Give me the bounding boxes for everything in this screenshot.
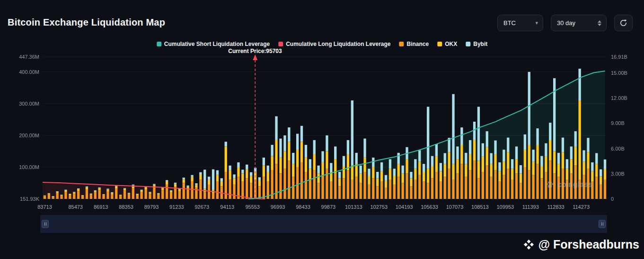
chevron-down-icon: ▾ bbox=[535, 20, 538, 26]
svg-text:12.00B: 12.00B bbox=[611, 95, 627, 101]
paw-icon bbox=[545, 180, 555, 189]
navigator-right-handle[interactable] bbox=[599, 220, 606, 228]
svg-text:95553: 95553 bbox=[245, 204, 260, 210]
svg-text:6.00B: 6.00B bbox=[611, 146, 625, 152]
gridlines bbox=[43, 57, 607, 199]
legend-label: Cumulative Long Liquidation Leverage bbox=[286, 41, 390, 47]
range-select-value: 30 day bbox=[557, 19, 575, 27]
current-price-label: Current Price:95703 bbox=[228, 48, 282, 54]
svg-text:108513: 108513 bbox=[471, 204, 489, 210]
svg-text:16.91B: 16.91B bbox=[611, 54, 627, 60]
svg-text:109953: 109953 bbox=[496, 204, 514, 210]
navigator-left-handle[interactable] bbox=[42, 220, 49, 228]
svg-text:102753: 102753 bbox=[370, 204, 388, 210]
svg-text:107073: 107073 bbox=[446, 204, 464, 210]
svg-text:3.00B: 3.00B bbox=[611, 171, 625, 177]
credit-handle: @ Forsheadburns bbox=[538, 238, 639, 251]
refresh-button[interactable] bbox=[614, 15, 633, 31]
liquidation-bars[interactable] bbox=[44, 69, 606, 199]
svg-text:200.00M: 200.00M bbox=[19, 133, 39, 138]
svg-text:86913: 86913 bbox=[94, 204, 108, 210]
coin-select-value: BTC bbox=[503, 19, 516, 27]
cumulative-areas bbox=[43, 71, 605, 199]
svg-text:447.36M: 447.36M bbox=[19, 54, 39, 60]
legend-swatch-icon bbox=[399, 42, 404, 46]
diamond-icon bbox=[523, 239, 534, 250]
svg-text:114273: 114273 bbox=[573, 204, 590, 210]
svg-text:88353: 88353 bbox=[119, 204, 133, 210]
coinglass-watermark: coinglass bbox=[545, 180, 592, 189]
range-select[interactable]: 30 day bbox=[551, 15, 607, 31]
svg-text:300.00M: 300.00M bbox=[19, 101, 39, 107]
current-price-arrow-icon bbox=[253, 54, 257, 60]
svg-text:112833: 112833 bbox=[547, 204, 565, 210]
svg-text:104193: 104193 bbox=[396, 204, 413, 210]
chart-range-navigator[interactable] bbox=[40, 215, 607, 233]
page: Bitcoin Exchange Liquidation Map BTC ▾ 3… bbox=[0, 0, 644, 259]
chart-legend: Cumulative Short Liquidation LeverageCum… bbox=[157, 41, 487, 47]
svg-text:15.00B: 15.00B bbox=[611, 70, 627, 76]
legend-swatch-icon bbox=[157, 42, 161, 46]
svg-text:89793: 89793 bbox=[144, 204, 159, 210]
legend-label: Bybit bbox=[473, 41, 487, 47]
legend-label: Cumulative Short Liquidation Leverage bbox=[164, 41, 270, 47]
legend-item-4[interactable]: OKX bbox=[437, 41, 457, 47]
watermark-brand: coinglass bbox=[557, 180, 592, 189]
cumulative-line-1 bbox=[43, 182, 265, 199]
svg-text:111393: 111393 bbox=[522, 204, 539, 210]
refresh-icon bbox=[619, 19, 627, 27]
coin-select[interactable]: BTC ▾ bbox=[497, 15, 543, 31]
svg-text:98433: 98433 bbox=[296, 204, 310, 210]
legend-label: OKX bbox=[445, 41, 457, 47]
svg-text:400.00M: 400.00M bbox=[19, 69, 39, 75]
svg-text:92673: 92673 bbox=[195, 204, 210, 210]
page-title: Bitcoin Exchange Liquidation Map bbox=[8, 17, 165, 28]
svg-text:100.00M: 100.00M bbox=[19, 164, 39, 170]
svg-text:0: 0 bbox=[611, 196, 614, 202]
legend-swatch-icon bbox=[466, 42, 470, 46]
svg-text:99873: 99873 bbox=[321, 204, 336, 210]
svg-text:91233: 91233 bbox=[169, 204, 184, 210]
svg-text:85473: 85473 bbox=[68, 204, 83, 210]
legend-item-3[interactable]: Binance bbox=[399, 41, 429, 47]
legend-item-2[interactable]: Cumulative Long Liquidation Leverage bbox=[278, 41, 390, 47]
legend-label: Binance bbox=[407, 41, 429, 47]
spinner-arrows-icon bbox=[598, 20, 601, 26]
svg-text:9.00B: 9.00B bbox=[611, 120, 625, 126]
legend-swatch-icon bbox=[437, 42, 442, 46]
svg-text:151.93K: 151.93K bbox=[20, 196, 40, 202]
legend-item-1[interactable]: Cumulative Short Liquidation Leverage bbox=[157, 41, 270, 47]
svg-text:101313: 101313 bbox=[345, 204, 362, 210]
svg-text:83713: 83713 bbox=[37, 204, 52, 210]
header-controls: BTC ▾ 30 day bbox=[497, 15, 633, 31]
svg-text:105633: 105633 bbox=[421, 204, 438, 210]
legend-item-5[interactable]: Bybit bbox=[466, 41, 487, 47]
credit: @ Forsheadburns bbox=[523, 238, 639, 251]
svg-text:96993: 96993 bbox=[271, 204, 285, 210]
axis-labels: 447.36M400.00M300.00M200.00M100.00M151.9… bbox=[19, 54, 627, 210]
legend-swatch-icon bbox=[278, 42, 283, 46]
svg-text:94113: 94113 bbox=[220, 204, 234, 210]
